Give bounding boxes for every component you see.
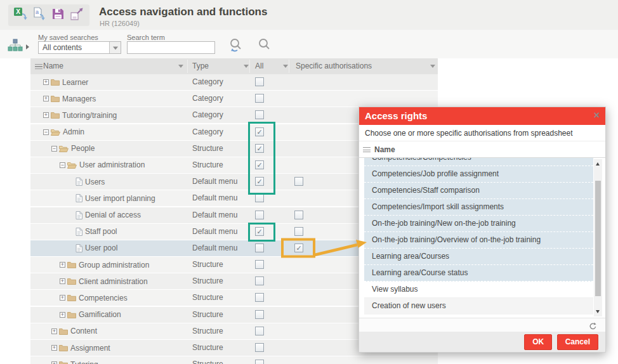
- filter-chevron-icon[interactable]: [430, 65, 435, 68]
- all-checkbox[interactable]: [255, 193, 264, 202]
- folder-icon: [51, 79, 60, 86]
- header-band: [0, 0, 618, 30]
- expand-toggle-icon[interactable]: −: [60, 162, 65, 168]
- modal-list-item[interactable]: View syllabus: [364, 282, 593, 298]
- document-icon: [76, 211, 82, 219]
- search-reset-icon[interactable]: [227, 37, 245, 56]
- search-term-input[interactable]: [127, 41, 215, 54]
- dialog-list-header: Name: [359, 141, 605, 158]
- modal-list-item[interactable]: Creation of new users: [364, 298, 593, 315]
- table-row[interactable]: +ManagersCategory: [30, 91, 438, 107]
- specific-checkbox[interactable]: [294, 227, 303, 236]
- modal-list-item[interactable]: Learning area/Courses: [364, 249, 593, 265]
- all-checkbox[interactable]: ✓: [255, 160, 264, 169]
- all-checkbox[interactable]: [255, 110, 264, 119]
- all-checkbox[interactable]: [255, 360, 264, 364]
- all-checkbox[interactable]: [255, 276, 264, 285]
- page-subtitle: HR (126049): [100, 20, 140, 27]
- dialog-title: Access rights: [359, 107, 605, 125]
- modal-list-item[interactable]: Learning area/Course status: [364, 265, 593, 282]
- all-checkbox[interactable]: [255, 211, 264, 219]
- row-type: Default menu: [192, 174, 237, 190]
- all-checkbox[interactable]: [255, 260, 264, 269]
- excel-export-icon[interactable]: X: [12, 6, 29, 24]
- tree-view-icon[interactable]: [8, 39, 23, 55]
- modal-list-item[interactable]: On-the-job training/New on-the-job train…: [364, 216, 593, 232]
- specific-checkbox[interactable]: [294, 211, 303, 219]
- all-checkbox[interactable]: ✓: [255, 177, 264, 186]
- expand-toggle-icon[interactable]: −: [51, 146, 57, 152]
- specific-checkbox[interactable]: [294, 177, 303, 186]
- expand-toggle-icon[interactable]: +: [43, 112, 49, 118]
- all-checkbox[interactable]: ✓: [255, 144, 264, 153]
- table-row[interactable]: +TutoringStructure: [30, 356, 438, 364]
- document-export-icon[interactable]: a: [32, 6, 48, 24]
- document-icon: [76, 228, 82, 236]
- header-action-group: X a: [8, 4, 89, 26]
- modal-list-item[interactable]: Competencies/Import skill assignments: [364, 199, 593, 216]
- filter-chevron-icon[interactable]: [178, 65, 183, 68]
- folder-icon: [67, 278, 76, 285]
- modal-list-item[interactable]: Competencies/Staff comparison: [364, 183, 593, 199]
- tree-expand-caret-icon[interactable]: [26, 44, 29, 49]
- row-type: Structure: [192, 323, 223, 339]
- row-type: Structure: [192, 307, 223, 323]
- all-checkbox[interactable]: ✓: [255, 127, 264, 136]
- all-checkbox[interactable]: ✓: [255, 227, 264, 236]
- column-header-type: Type: [192, 58, 209, 74]
- specific-checkbox[interactable]: ✓: [294, 244, 303, 252]
- document-icon: [76, 178, 82, 186]
- all-checkbox[interactable]: [255, 343, 264, 352]
- save-export-icon[interactable]: [69, 6, 86, 24]
- expand-toggle-icon[interactable]: +: [43, 96, 49, 101]
- row-type: Structure: [192, 157, 223, 173]
- modal-list-item[interactable]: Competencies/Competencies: [364, 158, 593, 166]
- expand-toggle-icon[interactable]: +: [43, 79, 49, 85]
- row-label: Tutoring/training: [62, 111, 117, 120]
- list-menu-icon[interactable]: [363, 147, 371, 152]
- folder-icon: [51, 95, 60, 102]
- filter-chevron-icon[interactable]: [244, 65, 249, 68]
- close-icon[interactable]: ×: [594, 110, 600, 121]
- row-type: Structure: [192, 356, 223, 364]
- document-icon: [76, 244, 82, 252]
- all-checkbox[interactable]: [255, 327, 264, 335]
- expand-toggle-icon[interactable]: +: [51, 328, 57, 334]
- folder-icon: [59, 361, 68, 364]
- all-checkbox[interactable]: [255, 244, 264, 252]
- all-checkbox[interactable]: [255, 310, 264, 319]
- scrollbar[interactable]: [594, 159, 602, 316]
- expand-toggle-icon[interactable]: −: [43, 129, 49, 135]
- scroll-up-icon[interactable]: [596, 162, 600, 166]
- expand-toggle-icon[interactable]: +: [51, 361, 57, 364]
- row-label: Content: [70, 327, 97, 335]
- search-icon[interactable]: [256, 37, 273, 56]
- table-row[interactable]: +LearnerCategory: [30, 74, 438, 90]
- all-checkbox[interactable]: [255, 293, 264, 302]
- scroll-down-icon[interactable]: [596, 310, 600, 313]
- folder-icon: [59, 344, 68, 351]
- cancel-button[interactable]: Cancel: [557, 334, 598, 350]
- expand-toggle-icon[interactable]: +: [60, 262, 65, 268]
- ok-button[interactable]: OK: [524, 334, 552, 350]
- table-menu-icon[interactable]: [35, 64, 43, 69]
- dropdown-button[interactable]: [109, 42, 121, 53]
- expand-toggle-icon[interactable]: +: [60, 278, 65, 284]
- modal-list-item[interactable]: On-the-job training/Overview of on-the-j…: [364, 232, 593, 249]
- saved-searches-select[interactable]: All contents: [38, 41, 121, 54]
- row-label: Group administration: [79, 261, 149, 270]
- page-title: Access navigation and functions: [99, 6, 267, 18]
- chevron-down-icon: [113, 47, 118, 50]
- expand-toggle-icon[interactable]: +: [51, 345, 57, 351]
- all-checkbox[interactable]: [255, 94, 264, 103]
- filter-chevron-icon[interactable]: [283, 65, 288, 68]
- scrollbar-thumb[interactable]: [595, 181, 601, 296]
- save-icon[interactable]: [51, 6, 66, 24]
- modal-list-item[interactable]: Competencies/Job profile assignment: [364, 166, 593, 183]
- row-label: Users: [85, 178, 105, 186]
- expand-toggle-icon[interactable]: +: [60, 295, 65, 301]
- expand-toggle-icon[interactable]: +: [60, 312, 65, 318]
- all-checkbox[interactable]: [255, 77, 264, 86]
- row-type: Default menu: [192, 190, 237, 206]
- row-type: Structure: [192, 290, 223, 306]
